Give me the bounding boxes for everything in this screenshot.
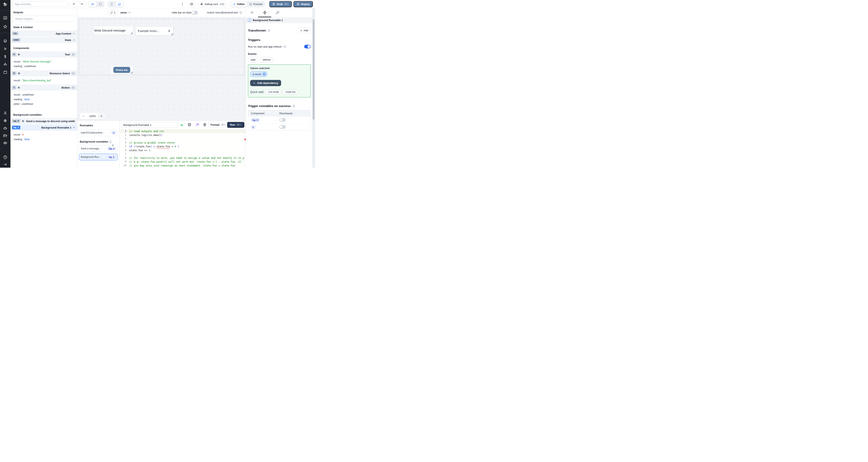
resize-handle[interactable]	[131, 71, 132, 73]
component-row-a[interactable]: a Text	[10, 52, 77, 58]
code-line[interactable]: 5if (!state.foo) { state.foo = 0 }	[120, 144, 246, 148]
more-menu-button[interactable]	[180, 2, 185, 6]
component-row-c[interactable]: c Button	[10, 85, 77, 91]
search-outputs-input[interactable]	[13, 16, 75, 22]
chevron-up-icon	[72, 72, 74, 74]
resize-handle[interactable]	[171, 33, 173, 35]
state-row[interactable]: state State	[10, 37, 77, 43]
sidebar-item-arrow-right-icon[interactable]	[3, 162, 7, 167]
add-transformer-button[interactable]: Add	[298, 28, 311, 33]
row-badge-c: c	[251, 125, 255, 129]
desktop-view-button[interactable]	[116, 1, 123, 7]
bg1-row[interactable]: bg_1 Background Runnable 1	[10, 125, 77, 131]
tab-styling[interactable]	[276, 10, 280, 14]
code-line[interactable]: 7	[120, 152, 246, 156]
bg0-badge: bg_0	[12, 119, 20, 123]
sidebar-item-home-icon[interactable]	[3, 38, 7, 43]
clear-icon[interactable]	[167, 29, 171, 33]
run-button[interactable]: Run ⌘↵	[227, 122, 244, 128]
resize-handle[interactable]	[131, 32, 132, 34]
refresh-count-button[interactable]: 1	[108, 10, 118, 15]
windmill-logo-icon[interactable]	[3, 2, 8, 7]
code-line[interactable]: 3	[120, 137, 246, 141]
code-area[interactable]: 1// read outputs and ctx2console.log(ctx…	[120, 129, 246, 168]
recompute-toggle-bg0[interactable]	[279, 118, 286, 122]
sidebar-item-user-icon[interactable]	[3, 111, 7, 115]
mobile-view-button[interactable]	[108, 1, 116, 7]
remove-dependency-button[interactable]	[262, 72, 266, 76]
info-icon[interactable]	[109, 140, 112, 143]
event-chip-start[interactable]: start	[248, 57, 258, 62]
code-line[interactable]: 9// e.g: state.foo.push(1) will not work…	[120, 160, 246, 164]
code-line[interactable]: 4// access a global state store	[120, 141, 246, 144]
tab-insert-component[interactable]	[250, 10, 254, 14]
deploy-button[interactable]: Deploy	[293, 1, 313, 7]
app-canvas[interactable]: Write Discord message: Example resou... …	[78, 17, 246, 121]
tab-preview[interactable]: Preview	[247, 1, 265, 7]
app-summary-input[interactable]	[12, 1, 68, 7]
sidebar-item-keypad-icon[interactable]	[3, 16, 7, 20]
info-icon[interactable]	[283, 45, 286, 48]
runnable-name-input[interactable]	[121, 122, 178, 128]
hide-bar-toggle[interactable]	[191, 11, 198, 14]
collapse-button[interactable]	[71, 53, 75, 56]
debug-runs-button[interactable]: Debug runs (26)	[197, 1, 227, 7]
add-background-runnable-button[interactable]	[110, 142, 116, 148]
press-me-button[interactable]: Press me	[113, 67, 130, 73]
tab-settings[interactable]	[263, 10, 267, 14]
sidebar-item-folder-icon[interactable]	[3, 133, 7, 138]
sidebar-item-gear-icon[interactable]	[3, 119, 7, 123]
cache-icon[interactable]	[187, 123, 191, 127]
sidebar-item-cubes-icon[interactable]	[3, 62, 7, 67]
sidebar-item-robot-icon[interactable]	[3, 126, 7, 130]
resource-select-component[interactable]: Example resou...	[135, 26, 174, 36]
chevron-up-icon[interactable]	[73, 126, 75, 129]
zoom-out-button[interactable]	[80, 113, 87, 119]
draft-button[interactable]: Draft ⌘S	[269, 1, 292, 7]
scrollbar-thumb[interactable]	[313, 19, 315, 120]
ai-wand-icon[interactable]	[195, 123, 199, 127]
component-row-b[interactable]: b Resource Select	[10, 70, 77, 76]
quick-add-ctx-email[interactable]: +ctx.email	[266, 90, 281, 94]
chevron-down-icon[interactable]	[72, 32, 75, 35]
sidebar-item-eye-icon[interactable]	[3, 141, 7, 145]
ctx-row[interactable]: ctx App Context	[10, 31, 77, 37]
sidebar-item-star-icon[interactable]	[3, 25, 7, 29]
code-line[interactable]: 8// for reactivity to work, you need to …	[120, 156, 246, 160]
quick-add-state-foo[interactable]: +state.foo	[283, 90, 298, 94]
fullscreen-button[interactable]	[96, 1, 104, 7]
info-icon[interactable]	[268, 29, 270, 32]
bg0-row[interactable]: bg_0 Send a message to discord using web…	[10, 118, 77, 124]
info-icon[interactable]	[239, 11, 242, 14]
zoom-in-button[interactable]	[98, 113, 104, 119]
collapse-button[interactable]	[71, 86, 75, 89]
chevron-down-icon[interactable]	[72, 39, 75, 41]
sidebar-item-play-icon[interactable]	[3, 46, 7, 51]
delete-icon[interactable]	[203, 123, 207, 127]
code-line[interactable]: 6state.foo += 1	[120, 148, 246, 152]
undo-button[interactable]: ↶	[70, 1, 78, 7]
redo-button[interactable]: ↷	[78, 1, 86, 7]
runnable-hub-item[interactable]: hub/1511/discord/se... c	[79, 129, 118, 136]
code-line[interactable]: 2console.log(ctx.email)	[120, 133, 246, 137]
add-dependency-button[interactable]: Add dependency	[250, 80, 281, 86]
sidebar-item-dollar-icon[interactable]	[3, 55, 7, 59]
code-line[interactable]: 10// you may also just reassign as next …	[120, 164, 246, 167]
run-on-start-toggle[interactable]	[304, 45, 311, 48]
sidebar-item-help-icon[interactable]	[3, 155, 7, 159]
frequency-dropdown[interactable]: once	[120, 10, 131, 15]
scrollbar-track[interactable]	[312, 8, 315, 168]
collapse-button[interactable]	[71, 72, 75, 75]
format-button[interactable]: Format ⌘S	[208, 122, 228, 128]
event-chip-refresh[interactable]: refresh	[260, 57, 273, 62]
tab-editor[interactable]: Editor	[231, 1, 247, 7]
text-component[interactable]: Write Discord message:	[94, 26, 133, 34]
sidebar-item-calendar-icon[interactable]	[3, 70, 7, 74]
info-icon[interactable]	[292, 105, 295, 107]
center-layout-button[interactable]	[89, 1, 96, 7]
watched-value-chip[interactable]: b.result	[250, 71, 267, 77]
recompute-toggle-c[interactable]	[279, 125, 286, 129]
code-line[interactable]: 1// read outputs and ctx	[120, 129, 246, 133]
docs-button[interactable]	[188, 1, 195, 7]
runnable-item-bg1[interactable]: Background Run... bg_1	[79, 154, 118, 160]
